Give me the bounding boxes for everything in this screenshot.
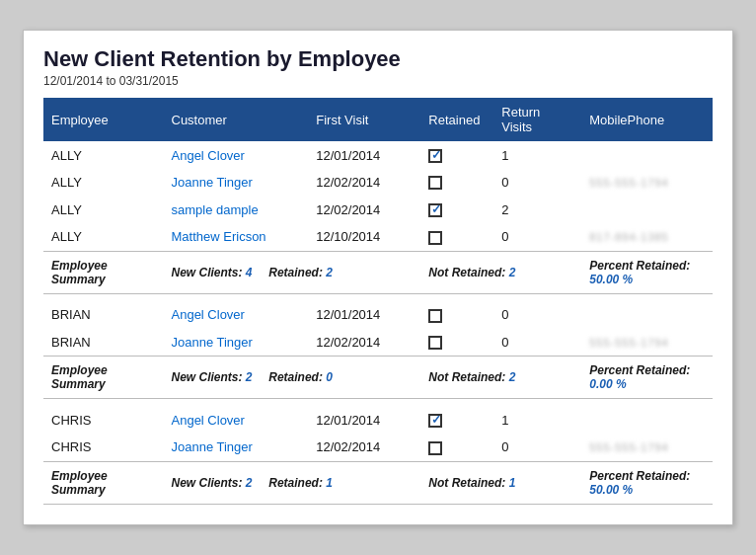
first-visit-cell: 12/02/2014	[308, 329, 420, 357]
summary-row: Employee Summary New Clients: 4 Retained…	[43, 251, 713, 293]
customer-name-cell: Angel Clover	[164, 301, 309, 329]
group-separator	[43, 293, 713, 301]
retained-value: 1	[326, 476, 333, 490]
new-clients-label: New Clients:	[172, 476, 243, 490]
group-separator	[43, 399, 713, 407]
retained-cell	[420, 169, 493, 197]
mobile-phone-value: 555-555-1794	[589, 177, 669, 189]
not-retained-label: Not Retained:	[428, 370, 505, 384]
customer-link[interactable]: Joanne Tinger	[172, 175, 253, 190]
retained-value: 2	[326, 266, 333, 279]
col-header-mobile-phone: MobilePhone	[581, 98, 713, 141]
retained-checkbox-unchecked	[428, 176, 442, 190]
return-visits-cell: 0	[493, 329, 581, 357]
new-clients-value: 4	[246, 266, 253, 279]
employee-name-cell: ALLY	[43, 223, 164, 251]
summary-label-cell: Employee Summary	[43, 357, 164, 399]
retained-checkbox-unchecked	[428, 309, 442, 323]
mobile-phone-value: 817-894-1385	[589, 231, 669, 243]
retained-label: Retained:	[268, 370, 323, 384]
customer-link[interactable]: Joanne Tinger	[172, 335, 253, 350]
summary-row: Employee Summary New Clients: 2 Retained…	[43, 461, 713, 504]
first-visit-cell: 12/10/2014	[308, 223, 420, 251]
new-clients-value: 2	[246, 370, 253, 384]
percent-retained-label: Percent Retained:	[589, 259, 690, 273]
report-date-range: 12/01/2014 to 03/31/2015	[43, 74, 713, 88]
new-clients-label: New Clients:	[172, 266, 243, 279]
customer-name-cell: Angel Clover	[164, 407, 309, 435]
employee-name-cell: BRIAN	[43, 301, 164, 329]
retained-cell	[420, 329, 493, 357]
not-retained-label: Not Retained:	[428, 476, 505, 490]
return-visits-cell: 0	[493, 434, 581, 461]
table-header-row: Employee Customer First Visit Retained R…	[43, 98, 713, 141]
retained-cell	[420, 223, 493, 251]
summary-row: Employee Summary New Clients: 2 Retained…	[43, 357, 713, 399]
mobile-phone-cell: 555-555-1794	[581, 434, 713, 461]
mobile-phone-cell: 555-555-1794	[581, 169, 713, 197]
retained-cell	[420, 141, 493, 169]
percent-retained-value: 50.00 %	[589, 483, 633, 497]
mobile-phone-cell	[581, 196, 713, 223]
mobile-phone-cell	[581, 141, 713, 169]
retained-checkbox-unchecked	[428, 231, 442, 245]
return-visits-cell: 0	[493, 223, 581, 251]
first-visit-cell: 12/02/2014	[308, 434, 420, 461]
mobile-phone-value: 555-555-1794	[589, 441, 669, 453]
table-row: ALLY Matthew Ericson 12/10/2014 0 817-89…	[43, 223, 713, 251]
table-row: BRIAN Angel Clover 12/01/2014 0	[43, 301, 713, 329]
employee-name-cell: CHRIS	[43, 407, 164, 435]
col-header-employee: Employee	[43, 98, 164, 141]
summary-not-retained-cell: Not Retained: 2	[420, 251, 581, 293]
employee-name-cell: BRIAN	[43, 329, 164, 357]
percent-retained-label: Percent Retained:	[589, 469, 690, 483]
employee-name-cell: CHRIS	[43, 434, 164, 461]
return-visits-cell: 0	[493, 169, 581, 197]
return-visits-cell: 1	[493, 407, 581, 435]
customer-name-cell: Joanne Tinger	[164, 169, 309, 197]
first-visit-cell: 12/01/2014	[308, 301, 420, 329]
percent-retained-value: 50.00 %	[589, 273, 633, 286]
report-title: New Client Retention by Employee	[43, 46, 713, 72]
customer-link[interactable]: sample dample	[172, 202, 259, 217]
mobile-phone-cell	[581, 301, 713, 329]
summary-not-retained-cell: Not Retained: 1	[420, 461, 581, 504]
retained-checkbox-unchecked	[428, 336, 442, 350]
percent-retained-label: Percent Retained:	[589, 363, 690, 377]
retained-cell	[420, 196, 493, 223]
summary-new-clients-cell: New Clients: 2 Retained: 0	[164, 357, 421, 399]
mobile-phone-cell: 555-555-1794	[581, 329, 713, 357]
col-header-return-visits: Return Visits	[493, 98, 581, 141]
report-container: New Client Retention by Employee 12/01/2…	[23, 30, 733, 525]
retained-checkbox-checked	[428, 414, 442, 428]
mobile-phone-cell	[581, 407, 713, 435]
customer-link[interactable]: Joanne Tinger	[172, 439, 253, 454]
retained-label: Retained:	[268, 476, 323, 490]
summary-label-cell: Employee Summary	[43, 461, 164, 504]
first-visit-cell: 12/01/2014	[308, 141, 420, 169]
not-retained-value: 2	[509, 370, 516, 384]
customer-name-cell: Joanne Tinger	[164, 434, 309, 461]
table-row: CHRIS Angel Clover 12/01/2014 1	[43, 407, 713, 435]
retained-cell	[420, 407, 493, 435]
table-row: ALLY Joanne Tinger 12/02/2014 0 555-555-…	[43, 169, 713, 197]
table-row: BRIAN Joanne Tinger 12/02/2014 0 555-555…	[43, 329, 713, 357]
summary-new-clients-cell: New Clients: 4 Retained: 2	[164, 251, 421, 293]
mobile-phone-value: 555-555-1794	[589, 337, 669, 349]
summary-percent-cell: Percent Retained: 50.00 %	[581, 251, 713, 293]
col-header-first-visit: First Visit	[308, 98, 420, 141]
summary-label-cell: Employee Summary	[43, 251, 164, 293]
customer-name-cell: Joanne Tinger	[164, 329, 309, 357]
customer-link[interactable]: Angel Clover	[172, 148, 245, 163]
employee-name-cell: ALLY	[43, 169, 164, 197]
summary-percent-cell: Percent Retained: 50.00 %	[581, 461, 713, 504]
table-row: ALLY Angel Clover 12/01/2014 1	[43, 141, 713, 169]
return-visits-cell: 1	[493, 141, 581, 169]
customer-link[interactable]: Angel Clover	[172, 307, 245, 322]
first-visit-cell: 12/01/2014	[308, 407, 420, 435]
col-header-customer: Customer	[164, 98, 309, 141]
summary-not-retained-cell: Not Retained: 2	[420, 357, 581, 399]
customer-link[interactable]: Angel Clover	[172, 413, 245, 428]
customer-link[interactable]: Matthew Ericson	[172, 229, 266, 244]
employee-name-cell: ALLY	[43, 141, 164, 169]
